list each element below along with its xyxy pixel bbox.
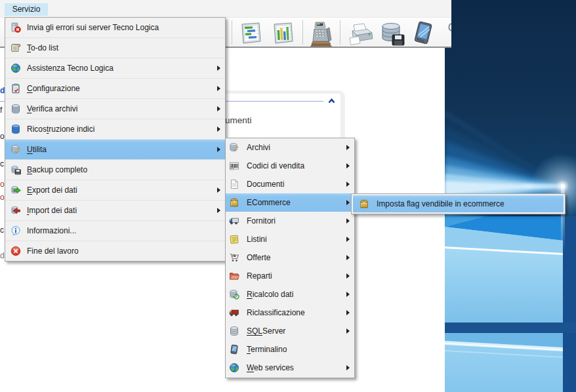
svg-text:69: 69 <box>231 167 234 170</box>
